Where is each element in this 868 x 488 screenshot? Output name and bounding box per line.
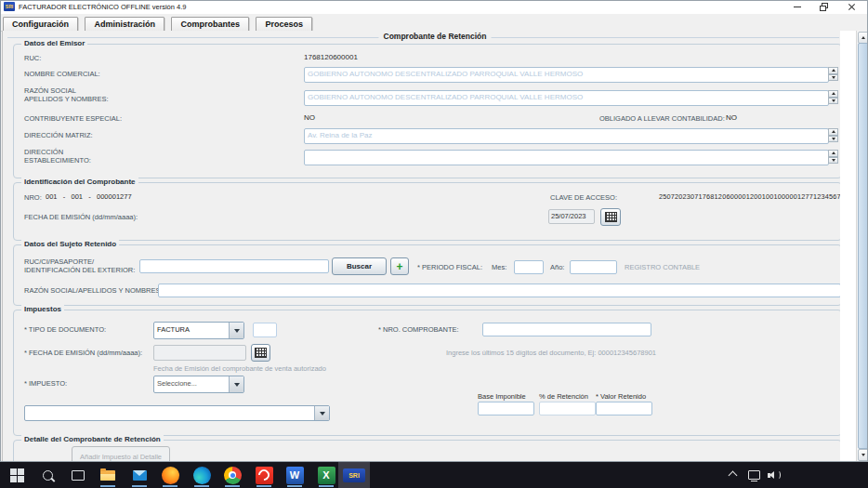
direccion-establecimiento-field[interactable]	[304, 150, 829, 165]
speaker-wave-icon	[775, 470, 781, 480]
app-logo-icon: SRI	[4, 2, 15, 11]
task-view-icon	[72, 470, 85, 481]
search-button[interactable]	[37, 465, 58, 485]
identificacion-sujeto-label-1: RUC/CI/PASAPORTE/	[24, 257, 94, 266]
impuesto-select[interactable]: Seleccione...	[153, 376, 244, 393]
nombre-comercial-field[interactable]: GOBIERNO AUTONOMO DESCENTRALIZADO PARROQ…	[304, 67, 829, 83]
volume-tray-button[interactable]	[766, 465, 783, 485]
col-porcentaje-retencion: % de Retención	[539, 392, 588, 401]
nro-label: NRO:	[24, 193, 42, 202]
fecha-emision-field[interactable]: 25/07/2023	[548, 209, 595, 224]
identificacion-sujeto-label-2: IDENTIFICACIÓN DEL EXTERIOR:	[24, 266, 135, 274]
calendar-button[interactable]	[600, 208, 621, 226]
ruc-value: 1768120600001	[304, 53, 358, 61]
base-imponible-input[interactable]	[478, 402, 534, 415]
valor-retenido-input[interactable]	[596, 402, 652, 415]
group-title: Impuestos	[21, 305, 64, 313]
search-icon	[43, 470, 53, 481]
excel-button[interactable]: X	[316, 465, 336, 485]
start-button[interactable]	[7, 465, 27, 485]
acrobat-button[interactable]	[254, 465, 274, 485]
identificacion-sujeto-input[interactable]	[139, 259, 329, 273]
ruc-label: RUC:	[24, 54, 41, 62]
tipo-documento-select[interactable]: FACTURA	[153, 322, 244, 339]
vertical-scrollbar[interactable]	[856, 31, 868, 462]
razon-social-field[interactable]: GOBIERNO AUTONOMO DESCENTRALIZADO PARROQ…	[304, 90, 829, 106]
arrow-up-icon	[861, 36, 865, 39]
menu-configuracion[interactable]: Configuración	[3, 17, 78, 32]
tipo-documento-code-box[interactable]	[253, 323, 277, 337]
firefox-button[interactable]	[160, 465, 180, 485]
restore-button[interactable]	[812, 0, 835, 14]
calendar-icon	[255, 348, 267, 358]
windows-logo-icon	[10, 468, 24, 482]
razon-social-label-1: RAZÓN SOCIAL	[24, 86, 76, 95]
folder-icon	[100, 470, 115, 481]
menu-comprobantes[interactable]: Comprobantes	[171, 17, 249, 32]
fecha-emision-doc-field[interactable]	[153, 345, 246, 361]
obligado-contabilidad-label: OBLIGADO A LLEVAR CONTABILIDAD:	[599, 114, 725, 123]
menu-procesos[interactable]: Procesos	[256, 17, 312, 32]
anio-input[interactable]	[570, 260, 617, 274]
group-detalle-retencion: Detalle del Comprobante de Retención Aña…	[13, 440, 842, 462]
calendar-icon	[605, 212, 617, 222]
razon-social-spinner[interactable]	[828, 90, 838, 104]
mail-button[interactable]	[129, 465, 150, 485]
direccion-matriz-spinner[interactable]	[828, 128, 838, 142]
menu-administracion[interactable]: Administración	[85, 17, 164, 32]
minimize-button[interactable]	[786, 0, 809, 14]
spin-down-icon[interactable]	[828, 157, 838, 165]
sri-app-button[interactable]: SRI	[338, 462, 370, 488]
nro-comprobante-input[interactable]	[482, 323, 651, 336]
chrome-icon	[224, 467, 242, 484]
network-tray-button[interactable]	[746, 465, 761, 485]
firefox-icon	[162, 467, 179, 484]
razon-social-sujeto-input[interactable]	[158, 284, 841, 297]
add-sujeto-button[interactable]: +	[390, 257, 409, 275]
group-sujeto-retenido: Datos del Sujeto Retenido RUC/CI/PASAPOR…	[13, 244, 842, 306]
group-title: Datos del Emisor	[21, 39, 87, 47]
file-explorer-button[interactable]	[98, 465, 118, 485]
impuesto-label: * IMPUESTO:	[24, 379, 67, 388]
group-identificacion-comprobante: Identificación del Comprobante NRO: 001 …	[13, 182, 842, 241]
chevron-down-icon[interactable]	[229, 376, 243, 392]
spin-down-icon[interactable]	[828, 136, 838, 143]
buscar-button[interactable]: Buscar	[332, 257, 387, 275]
calendar-button[interactable]	[251, 344, 270, 362]
anadir-impuesto-button[interactable]: Añadir Impuesto al Detalle	[72, 446, 170, 462]
spin-up-icon[interactable]	[828, 67, 838, 74]
spin-up-icon[interactable]	[828, 128, 838, 136]
tray-chevron-button[interactable]	[725, 465, 740, 485]
edge-button[interactable]	[191, 465, 212, 485]
direccion-matriz-field[interactable]: Av. Reina de la Paz	[304, 128, 829, 144]
direccion-establecimiento-label-2: ESTABLECIMIENTO:	[24, 156, 91, 165]
codigo-retencion-select[interactable]	[24, 405, 330, 421]
group-title: Detalle del Comprobante de Retención	[21, 435, 164, 443]
direccion-establecimiento-spinner[interactable]	[828, 150, 838, 164]
obligado-contabilidad-value: NO	[726, 113, 737, 122]
chevron-down-icon[interactable]	[314, 406, 329, 420]
scroll-down-button[interactable]	[858, 449, 868, 461]
col-valor-retenido: * Valor Retenido	[596, 392, 646, 401]
arrow-down-icon	[861, 454, 865, 456]
spin-down-icon[interactable]	[828, 98, 838, 105]
spin-up-icon[interactable]	[828, 150, 838, 157]
group-title: Datos del Sujeto Retenido	[21, 240, 119, 248]
word-button[interactable]: W	[284, 465, 305, 485]
scroll-gutter	[840, 31, 856, 462]
chevron-down-icon[interactable]	[229, 323, 243, 338]
mes-label: Mes:	[492, 263, 506, 271]
registro-contable-label: REGISTRO CONTABLE	[625, 263, 700, 271]
porcentaje-retencion-input[interactable]	[539, 402, 596, 415]
restore-icon	[820, 3, 828, 11]
close-button[interactable]	[840, 0, 862, 14]
chrome-button[interactable]	[222, 465, 243, 485]
nombre-comercial-spinner[interactable]	[828, 67, 838, 81]
task-view-button[interactable]	[68, 465, 88, 485]
spin-down-icon[interactable]	[828, 74, 838, 82]
word-icon: W	[286, 467, 304, 484]
mes-input[interactable]	[514, 260, 544, 274]
spin-up-icon[interactable]	[828, 90, 838, 98]
direccion-establecimiento-label-1: DIRECCIÓN	[24, 148, 63, 156]
scrollbar-thumb[interactable]	[858, 43, 868, 449]
